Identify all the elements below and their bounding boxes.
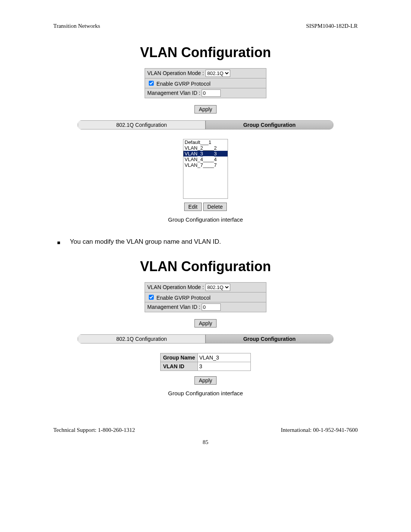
tab-8021q[interactable]: 802.1Q Configuration bbox=[78, 120, 206, 129]
vlan-group-listbox[interactable]: Default___1 VLAN_2____2 VLAN_3____3 VLAN… bbox=[183, 139, 228, 199]
gvrp-checkbox[interactable] bbox=[149, 295, 154, 300]
list-item[interactable]: VLAN_7____7 bbox=[183, 162, 228, 168]
delete-button[interactable]: Delete bbox=[203, 203, 227, 211]
figure-caption: Group Configuration interface bbox=[0, 216, 411, 223]
edit-button[interactable]: Edit bbox=[184, 203, 202, 211]
gvrp-label: Enable GVRP Protocol bbox=[156, 295, 210, 301]
vlan-id-label: VLAN ID bbox=[163, 363, 184, 369]
vlan-config-table: VLAN Operation Mode : 802.1Q Enable GVRP… bbox=[145, 68, 266, 98]
config-tabs: 802.1Q Configuration Group Configuration bbox=[78, 334, 333, 343]
footer-right: International: 00-1-952-941-7600 bbox=[281, 427, 358, 433]
list-item[interactable]: VLAN_4____4 bbox=[183, 157, 228, 162]
footer-left: Technical Support: 1-800-260-1312 bbox=[53, 427, 135, 433]
list-item-selected[interactable]: VLAN_3____3 bbox=[183, 151, 228, 157]
header-right: SISPM1040-182D-LR bbox=[306, 23, 358, 29]
header-left: Transition Networks bbox=[53, 23, 100, 29]
page-number: 85 bbox=[0, 439, 411, 446]
vlan-mode-label: VLAN Operation Mode : bbox=[147, 284, 206, 290]
group-edit-table: Group Name VLAN ID bbox=[160, 353, 250, 371]
tab-8021q[interactable]: 802.1Q Configuration bbox=[78, 334, 206, 343]
figure-caption: Group Configuration interface bbox=[0, 390, 411, 396]
apply-button[interactable]: Apply bbox=[194, 105, 216, 113]
page-title: VLAN Configuration bbox=[0, 45, 411, 61]
tab-group-config[interactable]: Group Configuration bbox=[206, 334, 333, 343]
apply-button[interactable]: Apply bbox=[194, 376, 216, 385]
vlan-config-table: VLAN Operation Mode : 802.1Q Enable GVRP… bbox=[145, 282, 266, 312]
gvrp-label: Enable GVRP Protocol bbox=[156, 81, 210, 87]
list-item[interactable]: Default___1 bbox=[183, 139, 228, 145]
tab-group-config[interactable]: Group Configuration bbox=[206, 120, 333, 129]
mgmt-vlan-label: Management Vlan ID : bbox=[147, 90, 202, 96]
page-title: VLAN Configuration bbox=[0, 259, 411, 275]
list-item[interactable]: VLAN_2____2 bbox=[183, 145, 228, 151]
vlan-mode-select[interactable]: 802.1Q bbox=[206, 284, 230, 291]
group-name-input[interactable] bbox=[198, 353, 250, 362]
vlan-id-input[interactable] bbox=[198, 362, 220, 371]
vlan-mode-label: VLAN Operation Mode : bbox=[147, 70, 206, 76]
bullet-text: You can modify the VLAN group name and V… bbox=[70, 238, 221, 247]
mgmt-vlan-input[interactable] bbox=[202, 304, 221, 311]
vlan-mode-select[interactable]: 802.1Q bbox=[206, 70, 230, 77]
mgmt-vlan-label: Management Vlan ID : bbox=[147, 304, 202, 310]
config-tabs: 802.1Q Configuration Group Configuration bbox=[78, 120, 333, 129]
gvrp-checkbox[interactable] bbox=[149, 81, 154, 86]
mgmt-vlan-input[interactable] bbox=[202, 89, 221, 97]
group-name-label: Group Name bbox=[163, 355, 195, 361]
apply-button[interactable]: Apply bbox=[194, 319, 216, 328]
bullet-icon: ■ bbox=[57, 238, 60, 247]
